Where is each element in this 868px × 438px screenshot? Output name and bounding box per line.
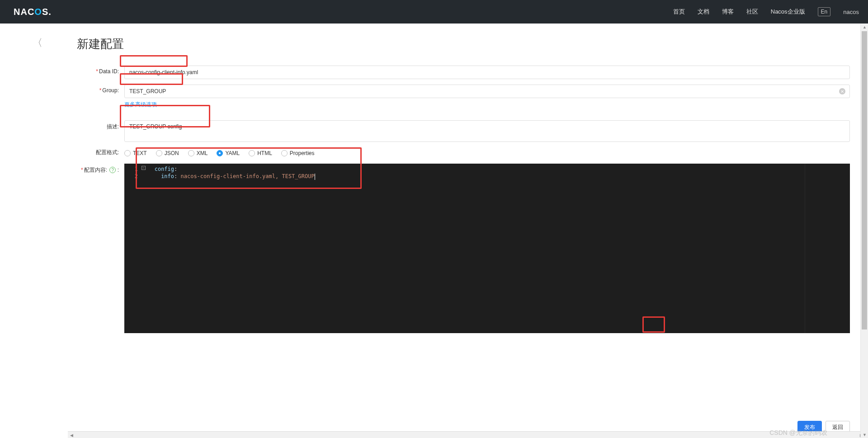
page-title: 新建配置 xyxy=(77,36,850,52)
form-row-format: 配置格式: TEXT JSON XML YAML HTML Properties xyxy=(77,149,850,156)
form-row-data-id: *Data ID: xyxy=(77,66,850,79)
label-data-id: *Data ID: xyxy=(77,66,124,75)
horizontal-scrollbar[interactable]: ◀ ▶ xyxy=(68,431,865,438)
nav-enterprise[interactable]: Nacos企业版 xyxy=(771,8,805,16)
line-number-2: 2 xyxy=(124,173,142,180)
label-content: *配置内容: ? : xyxy=(77,164,124,174)
form-row-content: *配置内容: ? : 1 2 − config: info: nacos-con… xyxy=(77,164,850,333)
label-description: 描述: xyxy=(77,120,124,131)
form-row-group: *Group: ✕ 更多高级选项 xyxy=(77,85,850,108)
format-radio-json[interactable]: JSON xyxy=(156,150,179,156)
nav-community[interactable]: 社区 xyxy=(746,8,758,16)
user-menu[interactable]: nacos xyxy=(843,9,859,15)
label-group: *Group: xyxy=(77,85,124,94)
format-radio-xml[interactable]: XML xyxy=(188,150,208,156)
editor-minimap[interactable] xyxy=(805,164,850,333)
logo-text-prefix: NAC xyxy=(14,7,34,17)
header-nav: 首页 文档 博客 社区 Nacos企业版 En nacos xyxy=(673,7,859,16)
form-row-description: 描述: TEST_GROUP config xyxy=(77,120,850,143)
sidebar: 〈 xyxy=(0,24,68,438)
group-input[interactable] xyxy=(124,85,850,98)
format-radio-properties[interactable]: Properties xyxy=(281,150,315,156)
logo-text-o: O xyxy=(34,7,42,17)
editor-gutter: 1 2 xyxy=(124,164,142,333)
editor-body[interactable]: config: info: nacos-config-client-info.y… xyxy=(124,164,850,180)
vertical-scrollbar[interactable]: ▲ ▼ xyxy=(860,24,868,438)
help-icon[interactable]: ? xyxy=(109,167,116,173)
language-toggle[interactable]: En xyxy=(818,7,831,16)
logo-text-suffix: S. xyxy=(42,7,52,17)
code-line-2: info: nacos-config-client-info.yaml, TES… xyxy=(145,173,850,180)
vertical-scrollbar-thumb[interactable] xyxy=(862,31,867,330)
nacos-logo: NACOS. xyxy=(14,7,52,17)
back-arrow-icon[interactable]: 〈 xyxy=(33,36,42,50)
advanced-options-link[interactable]: 更多高级选项 xyxy=(124,101,157,108)
clear-group-icon[interactable]: ✕ xyxy=(839,88,845,94)
fold-icon[interactable]: − xyxy=(142,166,146,170)
description-textarea[interactable]: TEST_GROUP config xyxy=(124,120,850,142)
nav-home[interactable]: 首页 xyxy=(673,8,685,16)
line-number-1: 1 xyxy=(124,165,142,173)
format-radio-yaml[interactable]: YAML xyxy=(217,150,240,156)
code-line-1: config: xyxy=(145,165,850,173)
format-radio-group: TEXT JSON XML YAML HTML Properties xyxy=(124,149,850,156)
scroll-left-arrow-icon[interactable]: ◀ xyxy=(68,432,75,438)
app-header: NACOS. 首页 文档 博客 社区 Nacos企业版 En nacos xyxy=(0,0,868,24)
nav-blog[interactable]: 博客 xyxy=(722,8,734,16)
format-radio-text[interactable]: TEXT xyxy=(124,150,147,156)
content-area: 新建配置 *Data ID: *Group: ✕ 更多高级选项 xyxy=(68,24,868,438)
scroll-up-arrow-icon[interactable]: ▲ xyxy=(861,24,868,30)
label-format: 配置格式: xyxy=(77,149,124,156)
scroll-down-arrow-icon[interactable]: ▼ xyxy=(861,431,868,438)
data-id-input[interactable] xyxy=(124,66,850,79)
code-editor[interactable]: 1 2 − config: info: nacos-config-client-… xyxy=(124,164,850,333)
nav-docs[interactable]: 文档 xyxy=(698,8,709,16)
format-radio-html[interactable]: HTML xyxy=(249,150,272,156)
